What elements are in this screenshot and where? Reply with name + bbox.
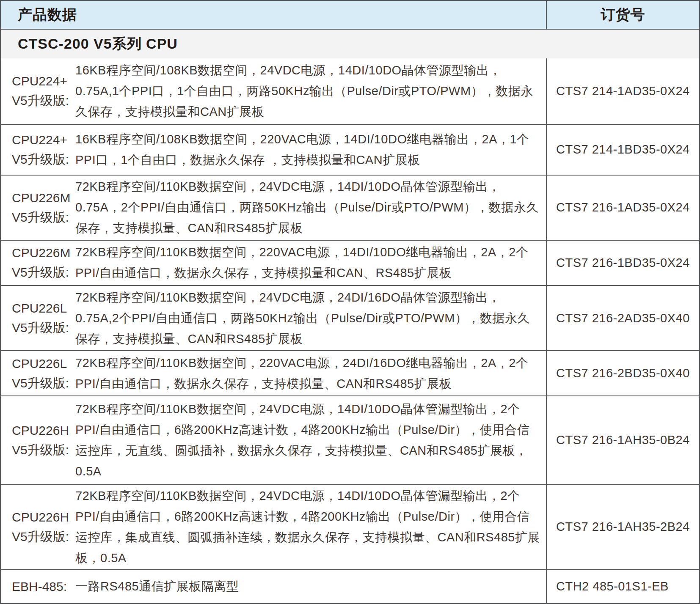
product-name-line1: CPU226M [12,188,75,208]
product-row: CPU226M V5升级版: 72KB程序空间/110KB数据空间，24VDC电… [1,176,699,241]
product-name: CPU226M V5升级版: [1,188,75,227]
product-description: 72KB程序空间/110KB数据空间，24VDC电源，24DI/16DO晶体管源… [75,285,546,352]
product-name-line2: V5升级版: [12,91,75,110]
product-name-line1: CPU226H [12,421,75,440]
product-cell: CPU226H V5升级版: 72KB程序空间/110KB数据空间，24VDC电… [1,485,546,569]
product-name-line2: V5升级版: [12,150,75,169]
product-description: 72KB程序空间/110KB数据空间，220VAC电源，14DI/10DO继电器… [75,239,546,286]
product-name-line1: CPU226L [12,299,75,318]
product-description: 72KB程序空间/110KB数据空间，220VAC电源，24DI/16DO继电器… [75,350,546,397]
product-description: 72KB程序空间/110KB数据空间，24VDC电源，14DI/10DO晶体管漏… [75,396,546,484]
product-row: EBH-485: 一路RS485通信扩展板隔离型 CTH2 485-01S1-E… [1,570,699,603]
product-cell: CPU224+ V5升级版: 16KB程序空间/108KB数据空间，220VAC… [1,125,546,175]
product-row: CPU226L V5升级版: 72KB程序空间/110KB数据空间，24VDC电… [1,286,699,351]
product-description: 一路RS485通信扩展板隔离型 [75,574,546,599]
product-name: CPU226L V5升级版: [1,299,75,338]
product-data-header-label: 产品数据 [18,5,77,25]
product-name: CPU226M V5升级版: [1,243,75,282]
order-no-header-cell: 订货号 [546,1,699,29]
product-row: CPU226H V5升级版: 72KB程序空间/110KB数据空间，24VDC电… [1,396,699,485]
product-name: CPU226H V5升级版: [1,508,75,546]
product-name: CPU224+ V5升级版: [1,71,75,110]
order-number: CTS7 214-1BD35-0X24 [546,125,699,175]
order-number: CTS7 216-2BD35-0X40 [546,351,699,395]
order-number: CTH2 485-01S1-EB [546,570,699,603]
product-name-line2: V5升级版: [12,318,75,338]
product-description: 72KB程序空间/110KB数据空间，24VDC电源，14DI/10DO晶体管漏… [75,483,546,571]
product-name-line1: EBH-485: [12,577,75,596]
product-name-line1: CPU224+ [12,71,75,91]
section-title: CTSC-200 V5系列 CPU [18,34,178,54]
product-row: CPU226L V5升级版: 72KB程序空间/110KB数据空间，220VAC… [1,351,699,396]
product-name-line1: CPU226L [12,354,75,373]
product-name-line1: CPU224+ [12,130,75,150]
section-row: CTSC-200 V5系列 CPU [1,30,699,58]
product-cell: CPU224+ V5升级版: 16KB程序空间/108KB数据空间，24VDC电… [1,58,546,124]
product-row: CPU226M V5升级版: 72KB程序空间/110KB数据空间，220VAC… [1,241,699,286]
product-name-line2: V5升级版: [12,527,75,546]
order-number: CTS7 216-1BD35-0X24 [546,241,699,285]
product-name-line1: CPU226M [12,243,75,263]
product-row: CPU224+ V5升级版: 16KB程序空间/108KB数据空间，24VDC电… [1,58,699,125]
product-description: 16KB程序空间/108KB数据空间，220VAC电源，14DI/10DO继电器… [75,126,546,173]
order-number: CTS7 216-1AH35-2B24 [546,485,699,569]
product-row: CPU224+ V5升级版: 16KB程序空间/108KB数据空间，220VAC… [1,125,699,176]
product-data-header-cell: 产品数据 [1,1,546,29]
product-cell: CPU226M V5升级版: 72KB程序空间/110KB数据空间，220VAC… [1,241,546,285]
order-number: CTS7 216-1AH35-0B24 [546,396,699,484]
product-name: CPU226L V5升级版: [1,354,75,393]
product-cell: CPU226L V5升级版: 72KB程序空间/110KB数据空间，24VDC电… [1,286,546,350]
product-name-line1: CPU226H [12,508,75,527]
product-name: EBH-485: [1,577,75,596]
table-header-row: 产品数据 订货号 [1,1,699,30]
product-name: CPU224+ V5升级版: [1,130,75,169]
product-name: CPU226H V5升级版: [1,421,75,460]
product-name-line2: V5升级版: [12,440,75,460]
product-cell: CPU226H V5升级版: 72KB程序空间/110KB数据空间，24VDC电… [1,396,546,484]
order-no-header-label: 订货号 [601,5,645,25]
order-number: CTS7 216-2AD35-0X40 [546,286,699,350]
order-number: CTS7 214-1AD35-0X24 [546,58,699,124]
product-data-table: 产品数据 订货号 CTSC-200 V5系列 CPU CPU224+ V5升级版… [0,0,700,604]
product-description: 72KB程序空间/110KB数据空间，24VDC电源，14DI/10DO晶体管源… [75,174,546,241]
product-name-line2: V5升级版: [12,373,75,393]
product-name-line2: V5升级版: [12,263,75,282]
product-row: CPU226H V5升级版: 72KB程序空间/110KB数据空间，24VDC电… [1,485,699,570]
product-description: 16KB程序空间/108KB数据空间，24VDC电源，14DI/10DO晶体管源… [75,58,546,125]
product-name-line2: V5升级版: [12,208,75,227]
product-cell: CPU226M V5升级版: 72KB程序空间/110KB数据空间，24VDC电… [1,176,546,240]
product-cell: EBH-485: 一路RS485通信扩展板隔离型 [1,570,546,603]
order-number: CTS7 216-1AD35-0X24 [546,176,699,240]
product-cell: CPU226L V5升级版: 72KB程序空间/110KB数据空间，220VAC… [1,351,546,395]
